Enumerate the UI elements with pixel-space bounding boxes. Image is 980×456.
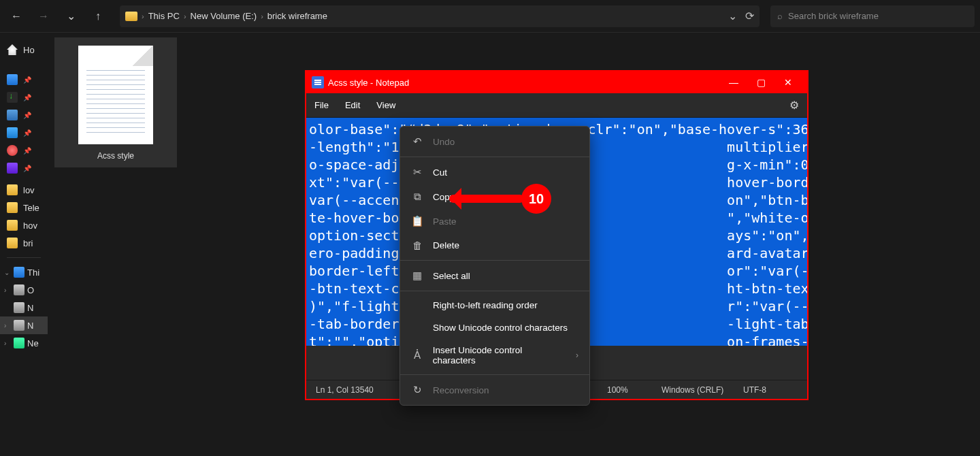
- music-icon: [7, 145, 18, 156]
- settings-button[interactable]: ⚙: [789, 99, 799, 112]
- network-icon: [14, 338, 24, 348]
- sidebar-separator: [7, 257, 41, 258]
- status-position: Ln 1, Col 13540: [316, 385, 374, 395]
- sidebar-quick-documents[interactable]: 📌: [0, 106, 48, 124]
- folder-icon: [7, 220, 18, 231]
- sidebar-tree-thispc[interactable]: ⌄Thi: [0, 263, 48, 281]
- pc-icon: [14, 267, 24, 278]
- home-icon: [7, 44, 18, 55]
- forward-button[interactable]: →: [33, 5, 54, 27]
- search-input[interactable]: ⌕ Search brick wireframe: [770, 5, 975, 27]
- sidebar-quick-downloads[interactable]: 📌: [0, 88, 48, 106]
- breadcrumb-item[interactable]: This PC: [148, 11, 180, 21]
- sidebar-label: bri: [23, 238, 33, 248]
- menu-file[interactable]: File: [314, 100, 329, 110]
- notepad-menubar: File Edit View ⚙: [306, 93, 807, 118]
- sidebar-label: Thi: [27, 267, 39, 278]
- ctx-delete[interactable]: 🗑Delete: [400, 233, 589, 257]
- notepad-title: Acss style - Notepad: [328, 78, 409, 88]
- breadcrumb-item[interactable]: New Volume (E:): [191, 11, 257, 21]
- ctx-label: Insert Unicode control characters: [433, 345, 566, 365]
- folder-icon: [7, 238, 18, 248]
- ctx-label: Show Unicode control characters: [433, 323, 568, 333]
- menu-edit[interactable]: Edit: [345, 100, 360, 110]
- sidebar-label: O: [27, 285, 34, 295]
- selectall-icon: ▦: [411, 270, 423, 282]
- sidebar-label: Ho: [23, 45, 35, 55]
- sidebar-folder[interactable]: bri: [0, 234, 48, 252]
- address-bar[interactable]: › This PC › New Volume (E:) › brick wire…: [120, 5, 760, 27]
- insert-icon: Ȧ: [411, 349, 423, 361]
- copy-icon: ⧉: [411, 191, 423, 203]
- refresh-button[interactable]: ⟳: [745, 10, 754, 22]
- menu-view[interactable]: View: [376, 100, 395, 110]
- chevron-icon: ›: [261, 12, 263, 20]
- sidebar-folder[interactable]: Tele: [0, 199, 48, 216]
- minimize-button[interactable]: —: [720, 71, 747, 93]
- explorer-sidebar: Ho 📌 📌 📌 📌 📌 📌 lov Tele hov bri ⌄Thi ›O …: [0, 33, 48, 456]
- sidebar-quick-videos[interactable]: 📌: [0, 159, 48, 177]
- sidebar-tree-drive-selected[interactable]: ›N: [0, 316, 48, 334]
- undo-icon: ↶: [411, 135, 423, 148]
- recent-button[interactable]: ⌄: [60, 5, 82, 27]
- ctx-label: Right-to-left reading order: [433, 300, 538, 310]
- pictures-icon: [7, 127, 18, 138]
- ctx-undo[interactable]: ↶Undo: [400, 129, 589, 154]
- address-dropdown-icon[interactable]: ⌄: [728, 10, 737, 22]
- sidebar-label: lov: [23, 185, 35, 195]
- twist-icon[interactable]: ›: [4, 322, 11, 329]
- ctx-cut[interactable]: ✂Cut: [400, 160, 589, 184]
- desktop-icon: [7, 74, 18, 85]
- ctx-copy[interactable]: ⧉Copy: [400, 184, 589, 209]
- explorer-toolbar: ← → ⌄ ↑ › This PC › New Volume (E:) › br…: [0, 0, 980, 33]
- sidebar-quick-desktop[interactable]: 📌: [0, 71, 48, 88]
- status-zoom: 100%: [607, 385, 662, 395]
- file-item[interactable]: Acss style: [54, 37, 177, 167]
- chevron-right-icon: ›: [576, 351, 578, 360]
- close-button[interactable]: ✕: [774, 71, 802, 93]
- maximize-button[interactable]: ▢: [747, 71, 774, 93]
- context-menu: ↶Undo ✂Cut ⧉Copy 📋Paste 🗑Delete ▦Select …: [399, 126, 590, 406]
- ctx-insert-unicode[interactable]: ȦInsert Unicode control characters›: [400, 339, 589, 372]
- ctx-separator: [400, 291, 589, 291]
- sidebar-folder[interactable]: lov: [0, 181, 48, 199]
- sidebar-tree-drive[interactable]: N: [0, 299, 48, 316]
- ctx-label: Paste: [433, 216, 457, 227]
- notepad-titlebar[interactable]: Acss style - Notepad — ▢ ✕: [306, 71, 807, 93]
- sidebar-quick-pictures[interactable]: 📌: [0, 124, 48, 142]
- documents-icon: [7, 110, 18, 120]
- up-button[interactable]: ↑: [87, 5, 109, 27]
- sidebar-tree-network[interactable]: ›Ne: [0, 334, 48, 352]
- ctx-reconversion[interactable]: ↻Reconversion: [400, 378, 589, 402]
- ctx-separator: [400, 260, 589, 261]
- sidebar-home[interactable]: Ho: [0, 41, 48, 59]
- folder-icon: [125, 12, 137, 21]
- ctx-show-unicode[interactable]: Show Unicode control characters: [400, 316, 589, 339]
- twist-icon[interactable]: ›: [4, 287, 11, 294]
- file-thumbnail: [78, 46, 153, 144]
- sidebar-tree-drive[interactable]: ›O: [0, 281, 48, 299]
- pin-icon: 📌: [23, 112, 31, 119]
- ctx-select-all[interactable]: ▦Select all: [400, 263, 589, 288]
- back-button[interactable]: ←: [5, 5, 27, 27]
- ctx-rtl[interactable]: Right-to-left reading order: [400, 294, 589, 316]
- search-placeholder: Search brick wireframe: [788, 11, 879, 21]
- paste-icon: 📋: [411, 215, 423, 227]
- pin-icon: 📌: [23, 165, 31, 172]
- drive-icon: [14, 302, 24, 313]
- sidebar-quick-music[interactable]: 📌: [0, 142, 48, 159]
- folder-icon: [7, 184, 18, 195]
- delete-icon: 🗑: [411, 240, 423, 251]
- pin-icon: 📌: [23, 94, 31, 101]
- downloads-icon: [7, 92, 18, 103]
- twist-icon[interactable]: ›: [4, 340, 11, 347]
- notepad-icon: [312, 76, 324, 88]
- sidebar-label: hov: [23, 221, 37, 231]
- ctx-paste[interactable]: 📋Paste: [400, 209, 589, 233]
- status-eol: Windows (CRLF): [662, 385, 743, 395]
- twist-icon[interactable]: ⌄: [4, 269, 11, 276]
- ctx-label: Select all: [433, 271, 470, 281]
- sidebar-label: Tele: [23, 203, 39, 213]
- breadcrumb-item[interactable]: brick wireframe: [267, 11, 327, 21]
- sidebar-folder[interactable]: hov: [0, 216, 48, 234]
